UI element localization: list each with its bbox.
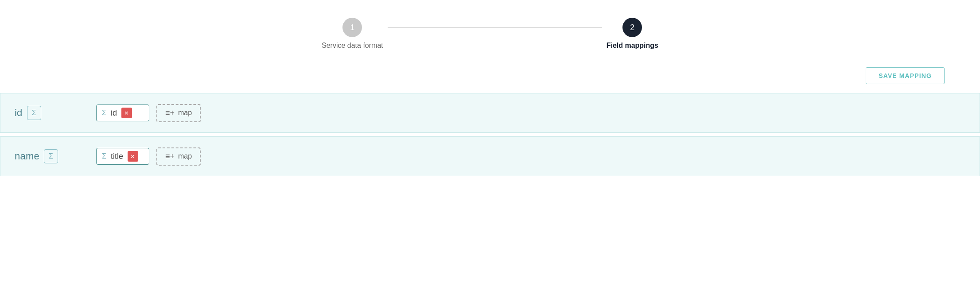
- tag-sigma-icon-name: Σ: [102, 152, 106, 160]
- step-1-label: Service data format: [322, 42, 383, 50]
- sigma-symbol-name: Σ: [49, 152, 53, 160]
- map-button-name[interactable]: ≡+ map: [156, 147, 201, 166]
- sigma-icon-name: Σ: [44, 149, 58, 163]
- map-button-id[interactable]: ≡+ map: [156, 104, 201, 122]
- map-label-id: map: [178, 109, 192, 117]
- toolbar: SAVE MAPPING: [0, 58, 980, 93]
- delete-icon-id: ✕: [124, 110, 129, 116]
- delete-mapping-name-button[interactable]: ✕: [128, 151, 138, 162]
- step-1: 1 Service data format: [322, 18, 383, 50]
- map-icon-id: ≡+: [165, 108, 175, 118]
- map-label-name: map: [178, 152, 192, 160]
- step-2-label: Field mappings: [607, 42, 658, 50]
- delete-mapping-id-button[interactable]: ✕: [121, 108, 132, 118]
- mapping-row-name: name Σ Σ title ✕ ≡+ map: [0, 136, 980, 176]
- field-label-cell-name: name Σ: [15, 149, 86, 163]
- sigma-symbol-id: Σ: [32, 109, 36, 117]
- step-2: 2 Field mappings: [607, 18, 658, 50]
- tag-text-id: id: [111, 108, 117, 118]
- save-mapping-button[interactable]: SAVE MAPPING: [866, 67, 945, 84]
- step-1-circle: 1: [342, 18, 362, 37]
- field-name-name: name: [15, 151, 39, 162]
- mapping-row-id: id Σ Σ id ✕ ≡+ map: [0, 93, 980, 133]
- sigma-icon-id: Σ: [27, 106, 41, 120]
- tag-sigma-icon-id: Σ: [102, 109, 106, 117]
- tag-text-name: title: [111, 152, 123, 161]
- step-connector: [388, 27, 602, 28]
- mapping-rows-container: id Σ Σ id ✕ ≡+ map name Σ Σ title: [0, 93, 980, 176]
- delete-icon-name: ✕: [130, 153, 135, 160]
- map-icon-name: ≡+: [165, 152, 175, 161]
- mapped-field-tag-name[interactable]: Σ title ✕: [96, 148, 149, 165]
- field-name-id: id: [15, 107, 23, 119]
- stepper: 1 Service data format 2 Field mappings: [0, 0, 980, 58]
- step-2-number: 2: [630, 23, 634, 32]
- step-2-circle: 2: [622, 18, 642, 37]
- step-1-number: 1: [350, 23, 354, 32]
- mapped-field-tag-id[interactable]: Σ id ✕: [96, 105, 149, 121]
- field-label-cell-id: id Σ: [15, 106, 86, 120]
